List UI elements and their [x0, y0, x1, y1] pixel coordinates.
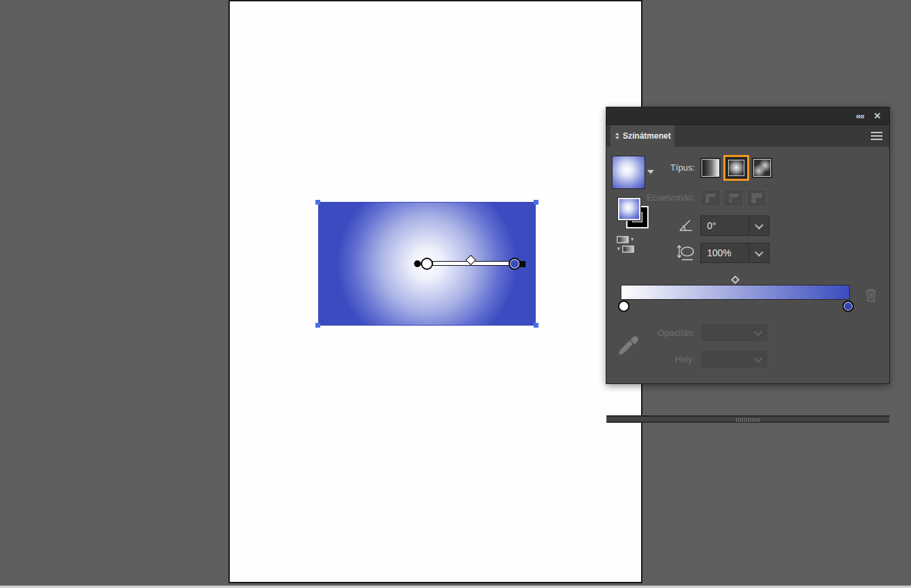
location-label: Hely:: [613, 354, 695, 365]
aspect-ratio-field[interactable]: 100%: [700, 243, 770, 263]
type-linear-button[interactable]: [700, 158, 721, 178]
panel-titlebar: «« ✕: [606, 107, 889, 125]
gradient-annotator-start-stop[interactable]: [421, 258, 433, 270]
gradient-slider-bar[interactable]: [621, 285, 850, 300]
type-freeform-button[interactable]: [752, 158, 772, 178]
slider-midpoint-diamond[interactable]: [731, 275, 740, 284]
stroke-gradient-across-button: [746, 189, 767, 207]
panel-resize-strip[interactable]: [606, 415, 889, 423]
freeform-gradient-icon: [753, 159, 771, 177]
stroke-gradient-along-button: [723, 189, 744, 207]
stroke-gradient-within-button: [700, 189, 721, 207]
opacity-label: Opacitás:: [613, 328, 695, 339]
chevron-down-icon: [755, 220, 763, 229]
chevron-down-icon: [754, 327, 763, 336]
aspect-ratio-icon: [676, 243, 695, 263]
reverse-gradient-icon[interactable]: [615, 235, 638, 255]
tab-cycle-icon: [615, 133, 619, 139]
gradient-stop-blue[interactable]: [842, 300, 854, 312]
chevron-down-icon: [754, 353, 763, 362]
window-bottom-edge: [0, 585, 911, 588]
gradient-annotator-end-handle[interactable]: [519, 261, 526, 267]
panel-tabbar: Színátmenet: [606, 125, 889, 147]
resize-grip-icon[interactable]: [736, 418, 759, 422]
panel-title: Színátmenet: [623, 131, 671, 141]
stroke-corner-icon: [704, 192, 717, 203]
location-dropdown: [700, 349, 768, 368]
angle-field[interactable]: 0°: [700, 215, 770, 236]
angle-icon: [678, 217, 694, 233]
gradient-panel: «« ✕ Színátmenet Típus: Ecsetvonás:: [606, 107, 890, 384]
selection-handle-bottom-right[interactable]: [534, 323, 538, 328]
aspect-ratio-dropdown[interactable]: [749, 243, 769, 262]
tab-gradient[interactable]: Színátmenet: [611, 125, 674, 147]
selection-handle-top-left[interactable]: [315, 200, 320, 205]
close-icon[interactable]: ✕: [874, 111, 881, 120]
opacity-dropdown: [700, 323, 768, 342]
linear-gradient-icon: [702, 159, 719, 177]
stroke-label: Ecsetvonás:: [613, 192, 695, 203]
trash-icon: [863, 287, 878, 303]
angle-dropdown[interactable]: [749, 216, 769, 235]
selection-handle-bottom-left[interactable]: [315, 323, 320, 328]
stroke-corner-icon: [751, 192, 763, 203]
stroke-corner-icon: [727, 192, 740, 203]
panel-body: Típus: Ecsetvonás: 0°: [606, 147, 889, 376]
type-radial-button-selected[interactable]: [723, 155, 749, 181]
type-label: Típus:: [613, 162, 695, 173]
aspect-ratio-value[interactable]: 100%: [701, 247, 749, 258]
gradient-annotator-center-dot[interactable]: [414, 260, 421, 267]
chevron-down-icon: [755, 247, 763, 256]
angle-value[interactable]: 0°: [701, 220, 749, 231]
gradient-stop-white[interactable]: [618, 300, 630, 312]
panel-menu-icon[interactable]: [871, 132, 882, 140]
collapse-icon[interactable]: ««: [856, 111, 864, 120]
selection-handle-top-right[interactable]: [534, 200, 538, 205]
radial-gradient-icon: [728, 160, 744, 176]
